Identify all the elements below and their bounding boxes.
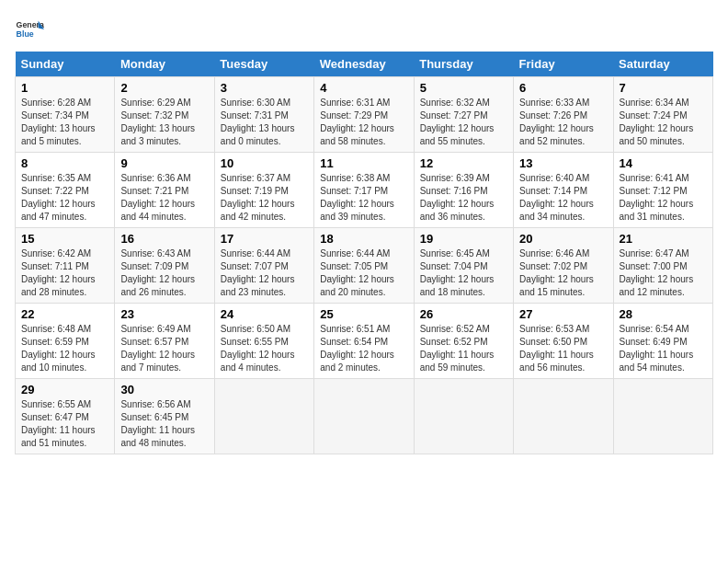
- day-header-monday: Monday: [115, 52, 214, 77]
- day-number: 11: [320, 156, 407, 170]
- day-number: 26: [420, 307, 507, 321]
- day-info: Sunrise: 6:35 AM Sunset: 7:22 PM Dayligh…: [21, 172, 108, 224]
- day-info: Sunrise: 6:36 AM Sunset: 7:21 PM Dayligh…: [120, 172, 208, 224]
- day-info: Sunrise: 6:48 AM Sunset: 6:59 PM Dayligh…: [21, 323, 108, 374]
- calendar-cell: [514, 379, 613, 454]
- calendar-cell: 7 Sunrise: 6:34 AM Sunset: 7:24 PM Dayli…: [613, 77, 712, 153]
- day-header-saturday: Saturday: [613, 52, 712, 77]
- day-number: 25: [320, 307, 407, 321]
- day-number: 1: [21, 81, 108, 95]
- day-info: Sunrise: 6:50 AM Sunset: 6:55 PM Dayligh…: [221, 323, 308, 374]
- day-info: Sunrise: 6:33 AM Sunset: 7:26 PM Dayligh…: [519, 97, 607, 148]
- logo-icon: General Blue: [15, 15, 44, 44]
- day-header-friday: Friday: [514, 52, 613, 77]
- day-header-tuesday: Tuesday: [214, 52, 313, 77]
- day-info: Sunrise: 6:54 AM Sunset: 6:49 PM Dayligh…: [620, 323, 707, 374]
- calendar-cell: [214, 379, 313, 454]
- day-info: Sunrise: 6:45 AM Sunset: 7:04 PM Dayligh…: [420, 247, 507, 299]
- calendar-cell: 15 Sunrise: 6:42 AM Sunset: 7:11 PM Dayl…: [16, 228, 115, 304]
- day-info: Sunrise: 6:52 AM Sunset: 6:52 PM Dayligh…: [420, 323, 507, 374]
- day-number: 16: [120, 232, 208, 246]
- day-number: 9: [120, 156, 208, 170]
- day-number: 10: [221, 156, 308, 170]
- day-number: 15: [21, 232, 108, 246]
- day-number: 20: [519, 232, 607, 246]
- day-info: Sunrise: 6:31 AM Sunset: 7:29 PM Dayligh…: [320, 97, 407, 148]
- day-info: Sunrise: 6:37 AM Sunset: 7:19 PM Dayligh…: [221, 172, 308, 224]
- calendar-cell: 16 Sunrise: 6:43 AM Sunset: 7:09 PM Dayl…: [115, 228, 214, 304]
- day-info: Sunrise: 6:43 AM Sunset: 7:09 PM Dayligh…: [120, 247, 208, 299]
- calendar-row: 1 Sunrise: 6:28 AM Sunset: 7:34 PM Dayli…: [16, 77, 713, 153]
- calendar-cell: 25 Sunrise: 6:51 AM Sunset: 6:54 PM Dayl…: [314, 304, 414, 379]
- day-header-sunday: Sunday: [16, 52, 115, 77]
- calendar-cell: 6 Sunrise: 6:33 AM Sunset: 7:26 PM Dayli…: [514, 77, 613, 153]
- day-info: Sunrise: 6:42 AM Sunset: 7:11 PM Dayligh…: [21, 247, 108, 299]
- day-info: Sunrise: 6:29 AM Sunset: 7:32 PM Dayligh…: [120, 97, 208, 148]
- calendar-cell: 28 Sunrise: 6:54 AM Sunset: 6:49 PM Dayl…: [613, 304, 712, 379]
- calendar-cell: 5 Sunrise: 6:32 AM Sunset: 7:27 PM Dayli…: [414, 77, 513, 153]
- day-number: 13: [519, 156, 607, 170]
- calendar-cell: 1 Sunrise: 6:28 AM Sunset: 7:34 PM Dayli…: [16, 77, 115, 153]
- day-number: 24: [221, 307, 308, 321]
- calendar-row: 8 Sunrise: 6:35 AM Sunset: 7:22 PM Dayli…: [16, 153, 713, 228]
- svg-text:Blue: Blue: [17, 29, 34, 39]
- calendar-cell: 22 Sunrise: 6:48 AM Sunset: 6:59 PM Dayl…: [16, 304, 115, 379]
- calendar-table: SundayMondayTuesdayWednesdayThursdayFrid…: [15, 52, 713, 454]
- day-number: 5: [420, 81, 507, 95]
- day-number: 7: [620, 81, 707, 95]
- calendar-cell: 8 Sunrise: 6:35 AM Sunset: 7:22 PM Dayli…: [16, 153, 115, 228]
- day-number: 29: [21, 383, 108, 396]
- calendar-cell: 17 Sunrise: 6:44 AM Sunset: 7:07 PM Dayl…: [214, 228, 313, 304]
- day-info: Sunrise: 6:30 AM Sunset: 7:31 PM Dayligh…: [221, 97, 308, 148]
- calendar-cell: [314, 379, 414, 454]
- calendar-cell: 9 Sunrise: 6:36 AM Sunset: 7:21 PM Dayli…: [115, 153, 214, 228]
- calendar-row: 22 Sunrise: 6:48 AM Sunset: 6:59 PM Dayl…: [16, 304, 713, 379]
- logo: General Blue: [15, 15, 44, 44]
- day-info: Sunrise: 6:38 AM Sunset: 7:17 PM Dayligh…: [320, 172, 407, 224]
- day-info: Sunrise: 6:55 AM Sunset: 6:47 PM Dayligh…: [21, 398, 108, 450]
- day-number: 4: [320, 81, 407, 95]
- calendar-cell: 19 Sunrise: 6:45 AM Sunset: 7:04 PM Dayl…: [414, 228, 513, 304]
- day-number: 14: [620, 156, 707, 170]
- day-header-wednesday: Wednesday: [314, 52, 414, 77]
- calendar-cell: 13 Sunrise: 6:40 AM Sunset: 7:14 PM Dayl…: [514, 153, 613, 228]
- calendar-cell: 29 Sunrise: 6:55 AM Sunset: 6:47 PM Dayl…: [16, 379, 115, 454]
- day-header-thursday: Thursday: [414, 52, 513, 77]
- day-number: 22: [21, 307, 108, 321]
- day-info: Sunrise: 6:49 AM Sunset: 6:57 PM Dayligh…: [120, 323, 208, 374]
- day-info: Sunrise: 6:44 AM Sunset: 7:07 PM Dayligh…: [221, 247, 308, 299]
- calendar-cell: 12 Sunrise: 6:39 AM Sunset: 7:16 PM Dayl…: [414, 153, 513, 228]
- day-number: 28: [620, 307, 707, 321]
- calendar-row: 29 Sunrise: 6:55 AM Sunset: 6:47 PM Dayl…: [16, 379, 713, 454]
- day-number: 21: [620, 232, 707, 246]
- day-number: 8: [21, 156, 108, 170]
- day-info: Sunrise: 6:34 AM Sunset: 7:24 PM Dayligh…: [620, 97, 707, 148]
- day-number: 19: [420, 232, 507, 246]
- calendar-cell: 30 Sunrise: 6:56 AM Sunset: 6:45 PM Dayl…: [115, 379, 214, 454]
- day-info: Sunrise: 6:51 AM Sunset: 6:54 PM Dayligh…: [320, 323, 407, 374]
- calendar-cell: 20 Sunrise: 6:46 AM Sunset: 7:02 PM Dayl…: [514, 228, 613, 304]
- calendar-row: 15 Sunrise: 6:42 AM Sunset: 7:11 PM Dayl…: [16, 228, 713, 304]
- calendar-cell: 14 Sunrise: 6:41 AM Sunset: 7:12 PM Dayl…: [613, 153, 712, 228]
- day-info: Sunrise: 6:40 AM Sunset: 7:14 PM Dayligh…: [519, 172, 607, 224]
- calendar-cell: 4 Sunrise: 6:31 AM Sunset: 7:29 PM Dayli…: [314, 77, 414, 153]
- day-info: Sunrise: 6:46 AM Sunset: 7:02 PM Dayligh…: [519, 247, 607, 299]
- day-info: Sunrise: 6:56 AM Sunset: 6:45 PM Dayligh…: [120, 398, 208, 450]
- day-info: Sunrise: 6:44 AM Sunset: 7:05 PM Dayligh…: [320, 247, 407, 299]
- day-number: 6: [519, 81, 607, 95]
- day-number: 27: [519, 307, 607, 321]
- day-info: Sunrise: 6:32 AM Sunset: 7:27 PM Dayligh…: [420, 97, 507, 148]
- calendar-cell: [613, 379, 712, 454]
- day-info: Sunrise: 6:28 AM Sunset: 7:34 PM Dayligh…: [21, 97, 108, 148]
- calendar-cell: 23 Sunrise: 6:49 AM Sunset: 6:57 PM Dayl…: [115, 304, 214, 379]
- calendar-cell: 21 Sunrise: 6:47 AM Sunset: 7:00 PM Dayl…: [613, 228, 712, 304]
- calendar-cell: [414, 379, 513, 454]
- day-info: Sunrise: 6:47 AM Sunset: 7:00 PM Dayligh…: [620, 247, 707, 299]
- day-info: Sunrise: 6:53 AM Sunset: 6:50 PM Dayligh…: [519, 323, 607, 374]
- day-number: 18: [320, 232, 407, 246]
- day-number: 3: [221, 81, 308, 95]
- day-number: 23: [120, 307, 208, 321]
- day-number: 30: [120, 383, 208, 396]
- calendar-cell: 2 Sunrise: 6:29 AM Sunset: 7:32 PM Dayli…: [115, 77, 214, 153]
- day-number: 17: [221, 232, 308, 246]
